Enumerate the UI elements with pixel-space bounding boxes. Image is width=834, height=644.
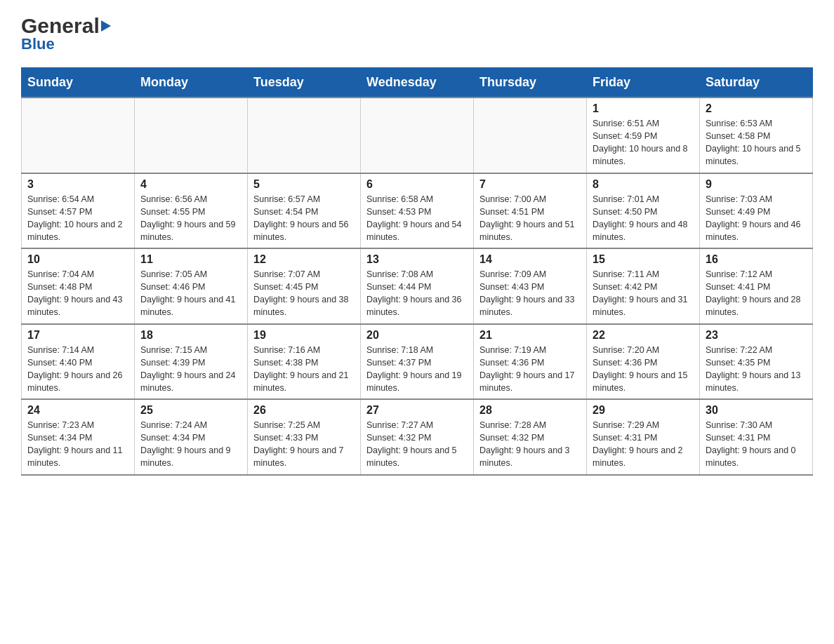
day-number: 10 [27,253,128,266]
day-info: Sunrise: 7:20 AMSunset: 4:36 PMDaylight:… [593,344,694,395]
day-number: 28 [479,404,581,417]
day-number: 11 [140,253,241,266]
logo-general-text: General [21,14,100,38]
day-info: Sunrise: 7:23 AMSunset: 4:34 PMDaylight:… [27,419,128,470]
day-info: Sunrise: 7:30 AMSunset: 4:31 PMDaylight:… [706,419,807,470]
day-info: Sunrise: 6:57 AMSunset: 4:54 PMDaylight:… [253,193,355,244]
day-number: 23 [706,329,807,342]
day-of-week-header: Monday [135,68,248,98]
day-info: Sunrise: 7:07 AMSunset: 4:45 PMDaylight:… [253,268,355,319]
day-number: 9 [706,178,807,191]
calendar-body: 1Sunrise: 6:51 AMSunset: 4:59 PMDaylight… [22,98,813,475]
day-info: Sunrise: 7:01 AMSunset: 4:50 PMDaylight:… [593,193,694,244]
day-info: Sunrise: 7:11 AMSunset: 4:42 PMDaylight:… [593,268,694,319]
day-info: Sunrise: 7:22 AMSunset: 4:35 PMDaylight:… [706,344,807,395]
calendar-day-cell: 1Sunrise: 6:51 AMSunset: 4:59 PMDaylight… [587,98,700,173]
day-of-week-header: Friday [587,68,700,98]
day-number: 29 [593,404,694,417]
calendar-day-cell [361,98,474,173]
logo-arrow-icon [101,20,111,32]
calendar-day-cell: 24Sunrise: 7:23 AMSunset: 4:34 PMDayligh… [22,399,135,475]
day-info: Sunrise: 6:56 AMSunset: 4:55 PMDaylight:… [140,193,241,244]
calendar-day-cell: 2Sunrise: 6:53 AMSunset: 4:58 PMDaylight… [700,98,813,173]
day-info: Sunrise: 7:29 AMSunset: 4:31 PMDaylight:… [593,419,694,470]
page-header: General Blue [21,14,813,53]
day-number: 16 [706,253,807,266]
day-number: 21 [479,329,581,342]
day-number: 15 [593,253,694,266]
calendar-day-cell: 8Sunrise: 7:01 AMSunset: 4:50 PMDaylight… [587,173,700,249]
day-number: 27 [366,404,468,417]
day-of-week-header: Sunday [22,68,135,98]
calendar-week-row: 1Sunrise: 6:51 AMSunset: 4:59 PMDaylight… [22,98,813,173]
day-number: 2 [706,102,807,115]
calendar-day-cell: 28Sunrise: 7:28 AMSunset: 4:32 PMDayligh… [474,399,587,475]
day-info: Sunrise: 7:24 AMSunset: 4:34 PMDaylight:… [140,419,241,470]
calendar-day-cell: 9Sunrise: 7:03 AMSunset: 4:49 PMDaylight… [700,173,813,249]
calendar-day-cell: 10Sunrise: 7:04 AMSunset: 4:48 PMDayligh… [22,248,135,324]
day-number: 12 [253,253,355,266]
calendar-table: SundayMondayTuesdayWednesdayThursdayFrid… [21,67,813,476]
day-info: Sunrise: 6:53 AMSunset: 4:58 PMDaylight:… [706,117,807,168]
day-info: Sunrise: 6:54 AMSunset: 4:57 PMDaylight:… [27,193,128,244]
day-of-week-header: Saturday [700,68,813,98]
calendar-day-cell: 30Sunrise: 7:30 AMSunset: 4:31 PMDayligh… [700,399,813,475]
day-number: 14 [479,253,581,266]
calendar-day-cell: 7Sunrise: 7:00 AMSunset: 4:51 PMDaylight… [474,173,587,249]
day-number: 24 [27,404,128,417]
day-info: Sunrise: 7:00 AMSunset: 4:51 PMDaylight:… [479,193,581,244]
calendar-week-row: 3Sunrise: 6:54 AMSunset: 4:57 PMDaylight… [22,173,813,249]
calendar-day-cell: 16Sunrise: 7:12 AMSunset: 4:41 PMDayligh… [700,248,813,324]
logo: General Blue [21,14,111,53]
calendar-day-cell: 3Sunrise: 6:54 AMSunset: 4:57 PMDaylight… [22,173,135,249]
calendar-day-cell [248,98,361,173]
calendar-week-row: 10Sunrise: 7:04 AMSunset: 4:48 PMDayligh… [22,248,813,324]
calendar-day-cell: 21Sunrise: 7:19 AMSunset: 4:36 PMDayligh… [474,324,587,400]
day-info: Sunrise: 7:28 AMSunset: 4:32 PMDaylight:… [479,419,581,470]
calendar-day-cell: 18Sunrise: 7:15 AMSunset: 4:39 PMDayligh… [135,324,248,400]
calendar-day-cell [22,98,135,173]
logo-blue-text: Blue [21,35,55,53]
day-info: Sunrise: 7:27 AMSunset: 4:32 PMDaylight:… [366,419,468,470]
day-info: Sunrise: 7:08 AMSunset: 4:44 PMDaylight:… [366,268,468,319]
day-number: 3 [27,178,128,191]
calendar-day-cell: 4Sunrise: 6:56 AMSunset: 4:55 PMDaylight… [135,173,248,249]
day-number: 19 [253,329,355,342]
day-info: Sunrise: 7:14 AMSunset: 4:40 PMDaylight:… [27,344,128,395]
day-info: Sunrise: 7:03 AMSunset: 4:49 PMDaylight:… [706,193,807,244]
day-of-week-header: Wednesday [361,68,474,98]
calendar-week-row: 17Sunrise: 7:14 AMSunset: 4:40 PMDayligh… [22,324,813,400]
calendar-day-cell: 25Sunrise: 7:24 AMSunset: 4:34 PMDayligh… [135,399,248,475]
day-number: 22 [593,329,694,342]
day-info: Sunrise: 7:19 AMSunset: 4:36 PMDaylight:… [479,344,581,395]
day-number: 30 [706,404,807,417]
calendar-week-row: 24Sunrise: 7:23 AMSunset: 4:34 PMDayligh… [22,399,813,475]
day-info: Sunrise: 7:05 AMSunset: 4:46 PMDaylight:… [140,268,241,319]
calendar-day-cell: 5Sunrise: 6:57 AMSunset: 4:54 PMDaylight… [248,173,361,249]
day-info: Sunrise: 7:04 AMSunset: 4:48 PMDaylight:… [27,268,128,319]
calendar-day-cell: 14Sunrise: 7:09 AMSunset: 4:43 PMDayligh… [474,248,587,324]
day-info: Sunrise: 7:15 AMSunset: 4:39 PMDaylight:… [140,344,241,395]
day-number: 4 [140,178,241,191]
day-info: Sunrise: 7:18 AMSunset: 4:37 PMDaylight:… [366,344,468,395]
calendar-day-cell: 27Sunrise: 7:27 AMSunset: 4:32 PMDayligh… [361,399,474,475]
day-number: 8 [593,178,694,191]
day-number: 7 [479,178,581,191]
calendar-header: SundayMondayTuesdayWednesdayThursdayFrid… [22,68,813,98]
day-number: 26 [253,404,355,417]
calendar-day-cell: 11Sunrise: 7:05 AMSunset: 4:46 PMDayligh… [135,248,248,324]
day-info: Sunrise: 7:09 AMSunset: 4:43 PMDaylight:… [479,268,581,319]
calendar-day-cell: 20Sunrise: 7:18 AMSunset: 4:37 PMDayligh… [361,324,474,400]
calendar-day-cell: 13Sunrise: 7:08 AMSunset: 4:44 PMDayligh… [361,248,474,324]
calendar-day-cell [135,98,248,173]
calendar-day-cell [474,98,587,173]
day-info: Sunrise: 7:16 AMSunset: 4:38 PMDaylight:… [253,344,355,395]
day-of-week-header: Thursday [474,68,587,98]
day-number: 1 [593,102,694,115]
calendar-day-cell: 22Sunrise: 7:20 AMSunset: 4:36 PMDayligh… [587,324,700,400]
day-number: 5 [253,178,355,191]
day-number: 6 [366,178,468,191]
day-number: 13 [366,253,468,266]
day-info: Sunrise: 6:51 AMSunset: 4:59 PMDaylight:… [593,117,694,168]
calendar-day-cell: 23Sunrise: 7:22 AMSunset: 4:35 PMDayligh… [700,324,813,400]
